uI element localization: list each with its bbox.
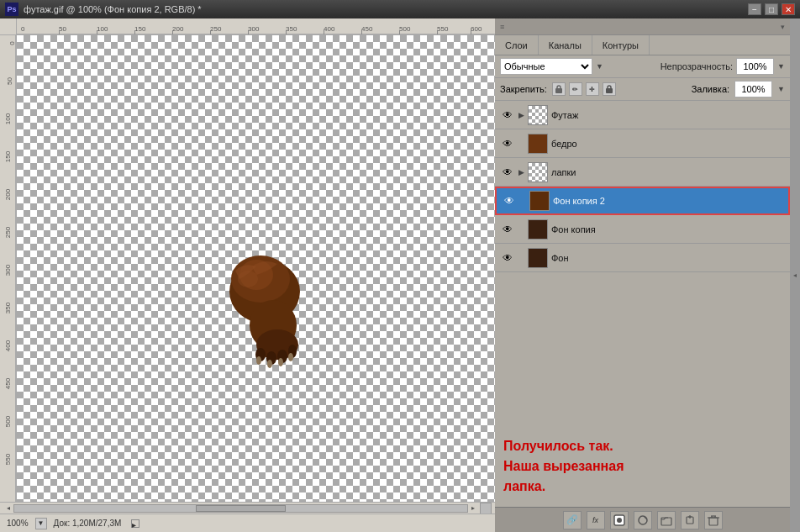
layer-item-lapki[interactable]: 👁 ▶ лапки bbox=[495, 158, 790, 187]
lock-label: Закрепить: bbox=[500, 84, 547, 94]
svg-point-11 bbox=[278, 358, 283, 366]
layer-name-fon2: Фон копия 2 bbox=[553, 196, 783, 206]
new-group-button[interactable] bbox=[657, 511, 676, 529]
title-bar-left: Ps футаж.gif @ 100% (Фон копия 2, RGB/8)… bbox=[5, 3, 202, 16]
layers-list[interactable]: 👁 ▶ Футаж 👁 ▶ бедро bbox=[495, 101, 790, 426]
annotation-line1: Получилось так. bbox=[503, 436, 782, 456]
opacity-arrow[interactable]: ▼ bbox=[777, 62, 785, 71]
layer-thumb-futazh bbox=[528, 105, 548, 125]
minimize-button[interactable]: − bbox=[748, 3, 761, 15]
layer-name-bedro: бедро bbox=[551, 139, 785, 149]
lock-transparency-btn[interactable] bbox=[552, 82, 566, 96]
svg-point-9 bbox=[256, 356, 261, 365]
tab-channels[interactable]: Каналы bbox=[539, 35, 592, 55]
layer-thumb-lapki bbox=[528, 162, 548, 182]
fill-input[interactable] bbox=[734, 81, 772, 97]
layer-eye-fon2[interactable]: 👁 bbox=[502, 193, 517, 208]
layers-tabs[interactable]: Слои Каналы Контуры bbox=[495, 35, 790, 55]
doc-size: Док: 1,20M/27,3M bbox=[54, 519, 122, 528]
window-title: футаж.gif @ 100% (Фон копия 2, RGB/8) * bbox=[24, 4, 202, 14]
svg-point-10 bbox=[267, 360, 272, 368]
layer-eye-fon-kopiya[interactable]: 👁 bbox=[500, 222, 515, 237]
layer-eye-bedro[interactable]: 👁 bbox=[500, 136, 515, 151]
layer-eye-fon[interactable]: 👁 bbox=[500, 250, 515, 266]
panel-bottom-toolbar: 🔗 fx bbox=[495, 507, 790, 532]
tab-paths[interactable]: Контуры bbox=[592, 35, 650, 55]
panel-collapse-btn[interactable]: ▾ bbox=[781, 23, 785, 31]
canvas-content[interactable] bbox=[17, 35, 495, 502]
horizontal-scrollbar[interactable]: ◂ ▸ bbox=[0, 502, 495, 514]
tab-layers[interactable]: Слои bbox=[495, 35, 539, 55]
annotation-text: Получилось так. Наша вырезанная лапка. bbox=[495, 426, 790, 507]
doc-info-button[interactable]: ▸ bbox=[131, 519, 139, 528]
title-bar: Ps футаж.gif @ 100% (Фон копия 2, RGB/8)… bbox=[0, 0, 800, 18]
canvas-with-ruler: 0 50 100 150 200 250 300 350 400 450 500… bbox=[0, 35, 495, 502]
paw-image bbox=[210, 254, 336, 371]
new-adjustment-button[interactable] bbox=[634, 511, 652, 529]
lock-row: Закрепить: ✏ ✛ Заливка: bbox=[495, 78, 790, 101]
panel-header-strip: ≡ ▾ bbox=[495, 18, 790, 35]
fill-arrow[interactable]: ▼ bbox=[777, 85, 785, 93]
layer-item-fon[interactable]: 👁 ▶ Фон bbox=[495, 244, 790, 272]
close-button[interactable]: ✕ bbox=[782, 3, 795, 15]
layer-item-fon-kopiya2[interactable]: 👁 ▶ Фон копия 2 bbox=[495, 187, 790, 215]
panel-collapse-handle[interactable]: ◂ bbox=[790, 18, 800, 532]
lock-position-btn[interactable]: ✛ bbox=[586, 82, 599, 96]
annotation-line3: лапка. bbox=[503, 477, 782, 497]
status-bar: 100% ▼ Док: 1,20M/27,3M ▸ bbox=[0, 514, 495, 532]
lock-icons: ✏ ✛ bbox=[552, 82, 616, 96]
panel-options[interactable]: ≡ bbox=[495, 23, 504, 31]
ruler-top: 0 50 100 150 200 250 300 350 400 450 500… bbox=[0, 18, 495, 35]
title-bar-controls[interactable]: − □ ✕ bbox=[748, 3, 795, 15]
scroll-right-arrow[interactable]: ▸ bbox=[468, 504, 478, 512]
layer-item-fon-kopiya[interactable]: 👁 ▶ Фон копия bbox=[495, 215, 790, 244]
layer-expand-lapki[interactable]: ▶ bbox=[518, 168, 524, 176]
blend-arrow[interactable]: ▼ bbox=[596, 62, 603, 71]
scroll-thumb[interactable] bbox=[196, 505, 287, 512]
opacity-label: Непрозрачность: bbox=[661, 61, 733, 71]
scroll-track[interactable] bbox=[13, 504, 468, 513]
zoom-options-button[interactable]: ▼ bbox=[35, 518, 47, 529]
svg-rect-23 bbox=[709, 518, 718, 525]
lock-all-btn[interactable] bbox=[603, 82, 616, 96]
new-layer-button[interactable] bbox=[681, 511, 699, 529]
maximize-button[interactable]: □ bbox=[765, 3, 778, 15]
layer-name-fon-kopiya: Фон копия bbox=[551, 224, 785, 234]
right-panel: ≡ ▾ Слои Каналы Контуры Обычные bbox=[495, 18, 790, 532]
ruler-left: 0 50 100 150 200 250 300 350 400 450 500… bbox=[0, 35, 17, 502]
layer-thumb-bedro bbox=[528, 134, 548, 154]
svg-rect-14 bbox=[555, 88, 562, 93]
svg-point-17 bbox=[617, 518, 622, 523]
layer-name-lapki: лапки bbox=[551, 167, 785, 177]
zoom-indicator: 100% bbox=[7, 519, 29, 528]
opacity-input[interactable] bbox=[736, 58, 774, 75]
layer-name-fon: Фон bbox=[551, 253, 785, 263]
layer-thumb-fon2 bbox=[529, 191, 550, 211]
layer-eye-lapki[interactable]: 👁 bbox=[500, 165, 515, 180]
layer-item-bedro[interactable]: 👁 ▶ бедро bbox=[495, 129, 790, 158]
scroll-left-arrow[interactable]: ◂ bbox=[3, 504, 13, 512]
layer-thumb-fon-kopiya bbox=[528, 219, 548, 240]
annotation-line2: Наша вырезанная bbox=[503, 456, 782, 477]
blend-mode-row: Обычные ▼ Непрозрачность: ▼ bbox=[495, 55, 790, 78]
layer-name-futazh: Футаж bbox=[551, 110, 785, 120]
layer-thumb-fon bbox=[528, 248, 548, 268]
layer-effects-button[interactable]: fx bbox=[587, 511, 605, 529]
svg-point-13 bbox=[238, 271, 258, 287]
layer-item-futazh[interactable]: 👁 ▶ Футаж bbox=[495, 101, 790, 129]
lock-paint-btn[interactable]: ✏ bbox=[569, 82, 582, 96]
link-layers-button[interactable]: 🔗 bbox=[563, 511, 582, 529]
main-layout: 0 50 100 150 200 250 300 350 400 450 500… bbox=[0, 18, 800, 532]
delete-layer-button[interactable] bbox=[704, 511, 723, 529]
svg-rect-19 bbox=[661, 518, 671, 525]
fill-label: Заливка: bbox=[692, 84, 729, 94]
canvas-area: 0 50 100 150 200 250 300 350 400 450 500… bbox=[0, 18, 495, 532]
add-mask-button[interactable] bbox=[610, 511, 629, 529]
svg-rect-15 bbox=[606, 88, 613, 93]
layer-expand-futazh[interactable]: ▶ bbox=[518, 111, 524, 119]
right-with-handle: ≡ ▾ Слои Каналы Контуры Обычные bbox=[495, 18, 800, 532]
blend-mode-select[interactable]: Обычные bbox=[500, 58, 592, 75]
svg-point-12 bbox=[288, 353, 293, 361]
app-icon: Ps bbox=[5, 3, 18, 16]
layer-eye-futazh[interactable]: 👁 bbox=[500, 108, 515, 123]
